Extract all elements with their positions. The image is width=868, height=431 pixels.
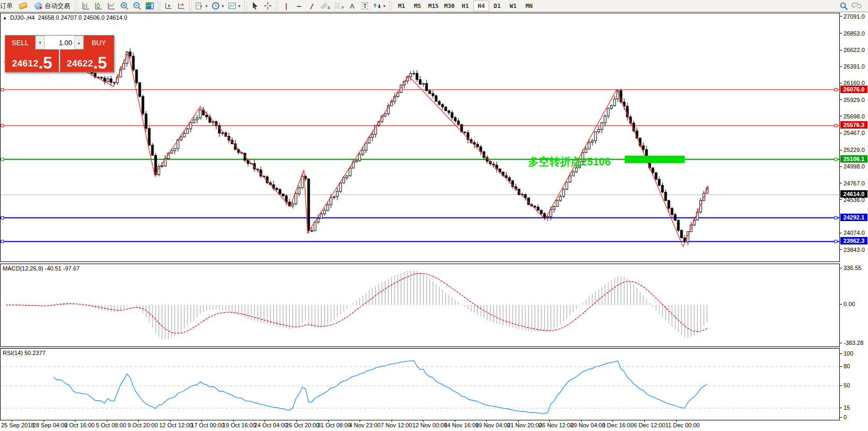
sell-price-frac: .5 bbox=[38, 56, 52, 70]
volume-decrease-button[interactable]: ▼ bbox=[36, 36, 45, 49]
price-badge: 25106.1 bbox=[840, 155, 867, 163]
time-tick-label: 12 Oct 12:00 bbox=[159, 422, 193, 428]
timeframe-h4[interactable]: H4 bbox=[473, 1, 489, 11]
label-tool-icon[interactable]: T bbox=[359, 1, 371, 12]
algo-trading-icon bbox=[34, 2, 42, 10]
timeframe-mn[interactable]: MN bbox=[521, 1, 537, 11]
sell-price-main: 24612 bbox=[12, 58, 39, 69]
candlestick-chart[interactable] bbox=[1, 13, 839, 261]
time-tick bbox=[201, 420, 202, 422]
price-tick-label: 23843.0 bbox=[840, 246, 865, 253]
text-tool-letter: A bbox=[350, 2, 354, 10]
macd-main-value: -40.51 bbox=[45, 265, 61, 272]
macd-scale-label: 0.00 bbox=[840, 301, 855, 308]
price-tick-label: 24767.0 bbox=[840, 180, 865, 187]
price-badge: 24614.0 bbox=[840, 190, 867, 198]
price-chart-pane[interactable]: ▲ DJ30-,H4 24658.0 24707.0 24506.0 24614… bbox=[0, 13, 840, 262]
timeframe-d1[interactable]: D1 bbox=[489, 1, 505, 11]
price-badge: 26076.0 bbox=[840, 86, 867, 93]
chat-icon[interactable] bbox=[850, 1, 864, 12]
time-tick bbox=[107, 420, 107, 422]
time-tick bbox=[296, 420, 297, 422]
rsi-pane[interactable]: RSI(14) 50.2377 bbox=[0, 348, 840, 420]
vertical-line-icon[interactable]: | bbox=[280, 1, 293, 12]
orders-button[interactable]: 订单 bbox=[0, 1, 16, 12]
time-tick bbox=[265, 420, 265, 422]
timeframe-w1[interactable]: W1 bbox=[505, 1, 521, 11]
time-tick bbox=[12, 420, 12, 422]
tile-windows-icon[interactable] bbox=[143, 1, 156, 12]
macd-pane[interactable]: MACD(12,26,9) -40.51 -97.67 bbox=[0, 264, 840, 347]
price-badge: 24292.1 bbox=[840, 214, 867, 221]
candlestick-chart-icon[interactable] bbox=[92, 1, 105, 12]
volume-value[interactable]: 1.00 bbox=[45, 36, 74, 49]
buy-button[interactable]: BUY bbox=[84, 36, 114, 49]
auto-scroll-icon[interactable] bbox=[175, 1, 188, 12]
indicators-button[interactable]: ▼ bbox=[226, 1, 243, 12]
rsi-name: RSI(14) bbox=[3, 350, 23, 356]
shapes-button[interactable]: ▼ bbox=[371, 1, 388, 12]
time-tick-label: 3 Dec 16:00 bbox=[602, 422, 633, 428]
time-tick bbox=[581, 420, 582, 422]
sell-button[interactable]: SELL bbox=[5, 36, 35, 49]
period-button[interactable]: ▼ bbox=[210, 1, 226, 12]
toolbar-separator bbox=[75, 1, 78, 11]
time-tick-label: 26 Nov 12:00 bbox=[539, 422, 573, 428]
horizontal-line-icon[interactable]: — bbox=[293, 1, 305, 12]
toolbar-separator bbox=[276, 1, 278, 11]
pivot-annotation-text[interactable]: 多空转折点25106 bbox=[528, 155, 611, 169]
timeframe-m15[interactable]: M15 bbox=[426, 1, 441, 11]
time-tick bbox=[360, 420, 360, 422]
timeframe-bar: M1M5M15M30H1H4D1W1MN bbox=[394, 0, 537, 12]
panel-toggle-icon[interactable]: ▲ bbox=[3, 15, 7, 20]
zoom-out-icon[interactable] bbox=[131, 1, 143, 12]
time-axis[interactable]: 25 Sep 201828 Sep 04:002 Oct 16:005 Oct … bbox=[0, 420, 840, 431]
time-tick-label: 31 Oct 08:00 bbox=[318, 422, 351, 428]
timeframe-m1[interactable]: M1 bbox=[394, 1, 410, 11]
time-tick bbox=[612, 420, 613, 422]
chart-title: ▲ DJ30-,H4 24658.0 24707.0 24506.0 24614… bbox=[3, 14, 127, 21]
rsi-value: 50.2377 bbox=[24, 350, 46, 356]
algo-trading-button[interactable]: 自动交易 bbox=[32, 1, 74, 12]
macd-label: MACD(12,26,9) -40.51 -97.67 bbox=[3, 265, 80, 272]
algo-trading-label: 自动交易 bbox=[42, 2, 72, 11]
time-tick-label: 5 Oct 08:00 bbox=[96, 422, 126, 428]
time-tick bbox=[644, 420, 645, 422]
new-order-icon[interactable] bbox=[16, 1, 29, 12]
line-chart-icon[interactable] bbox=[105, 1, 118, 12]
time-tick bbox=[549, 420, 550, 422]
time-tick-label: 9 Oct 20:00 bbox=[127, 422, 158, 428]
macd-name: MACD(12,26,9) bbox=[3, 265, 43, 272]
chart-shift-icon[interactable] bbox=[162, 1, 175, 12]
volume-increase-button[interactable]: ▲ bbox=[74, 36, 83, 49]
timeframe-h1[interactable]: H1 bbox=[457, 1, 473, 11]
timeframe-m30[interactable]: M30 bbox=[441, 1, 457, 11]
sell-price-button[interactable]: 24612 .5 bbox=[5, 49, 59, 72]
time-tick bbox=[75, 420, 75, 422]
price-tick-label: 25698.0 bbox=[840, 113, 865, 120]
price-tick-label: 25929.0 bbox=[840, 96, 865, 103]
zoom-in-icon[interactable] bbox=[118, 1, 131, 12]
fibonacci-icon[interactable]: F bbox=[332, 1, 346, 12]
rsi-chart[interactable] bbox=[1, 349, 839, 420]
equidistant-channel-icon[interactable]: E bbox=[318, 1, 332, 12]
time-tick bbox=[328, 420, 329, 422]
cursor-icon[interactable] bbox=[249, 1, 261, 12]
price-axis[interactable]: 27091.026853.026622.026391.026160.025929… bbox=[840, 13, 868, 420]
chevron-down-icon: ▼ bbox=[205, 4, 208, 8]
price-tick-label: 26622.0 bbox=[840, 47, 865, 54]
trendline-icon[interactable]: / bbox=[305, 1, 318, 12]
new-chart-button[interactable]: ▼ bbox=[193, 1, 210, 12]
search-icon[interactable] bbox=[837, 1, 850, 12]
timeframe-m5[interactable]: M5 bbox=[410, 1, 426, 11]
time-tick-label: 25 Sep 2018 bbox=[1, 422, 34, 428]
crosshair-icon[interactable] bbox=[261, 1, 274, 12]
bar-chart-icon[interactable] bbox=[80, 1, 92, 12]
buy-price-button[interactable]: 24622 .5 bbox=[60, 49, 114, 72]
rsi-scale-label: 80 bbox=[840, 363, 850, 370]
ohlc-values: 24658.0 24707.0 24506.0 24614.0 bbox=[38, 14, 127, 21]
chevron-down-icon: ▼ bbox=[237, 4, 241, 8]
macd-chart[interactable] bbox=[1, 264, 839, 347]
text-tool-icon[interactable]: A bbox=[346, 1, 359, 12]
time-tick-label: 21 Nov 20:00 bbox=[507, 422, 542, 428]
